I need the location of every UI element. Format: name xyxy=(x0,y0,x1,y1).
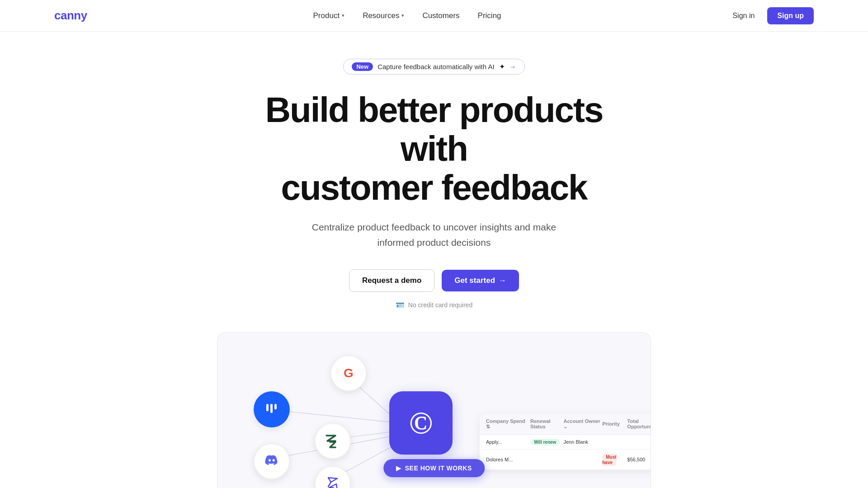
nav-customers[interactable]: Customers xyxy=(422,11,459,20)
hero-section: New Capture feedback automatically with … xyxy=(0,32,868,488)
zendesk-integration-icon xyxy=(315,423,351,459)
nav-product[interactable]: Product ▾ xyxy=(313,11,345,20)
hero-title: Build better products with customer feed… xyxy=(231,91,637,207)
get-started-button[interactable]: Get started → xyxy=(442,270,519,291)
credit-card-icon: 🪪 xyxy=(396,301,405,310)
data-table: Company Spend ⇅ Renewal Status Account O… xyxy=(480,414,651,470)
signin-button[interactable]: Sign in xyxy=(727,8,760,23)
table-row: Apply... Will renew Jenn Blank xyxy=(480,435,651,450)
nav-center: Product ▾ Resources ▾ Customers Pricing xyxy=(313,11,501,20)
chevron-down-icon: ▾ xyxy=(401,13,404,19)
navbar: canny Product ▾ Resources ▾ Customers Pr… xyxy=(0,0,868,32)
badge-new-label: New xyxy=(352,62,373,71)
nav-pricing[interactable]: Pricing xyxy=(478,11,501,20)
request-demo-button[interactable]: Request a demo xyxy=(349,269,434,292)
no-credit-card-notice: 🪪 No credit card required xyxy=(396,301,472,310)
discord-integration-icon xyxy=(254,443,290,479)
tools-integration-icon xyxy=(315,466,351,488)
svg-rect-7 xyxy=(270,404,273,413)
integration-diagram: G xyxy=(217,332,651,488)
chevron-down-icon: ▾ xyxy=(342,13,344,19)
table-row: Dolores M... Must have $56,500 xyxy=(480,450,651,470)
arrow-right-icon: → xyxy=(499,276,506,285)
intercom-integration-icon xyxy=(254,391,290,427)
nav-right: Sign in Sign up xyxy=(727,7,814,24)
priority-badge: Must have xyxy=(602,454,616,466)
canny-logo-center: © xyxy=(389,391,453,455)
signup-button[interactable]: Sign up xyxy=(767,7,814,24)
see-how-it-works-button[interactable]: ▶ SEE HOW IT WORKS xyxy=(383,459,485,477)
new-badge[interactable]: New Capture feedback automatically with … xyxy=(343,59,524,75)
col-account-owner: Account Owner ⌄ xyxy=(563,418,602,430)
hero-buttons: Request a demo Get started → xyxy=(349,269,519,292)
table-header: Company Spend ⇅ Renewal Status Account O… xyxy=(480,414,651,435)
arrow-right-icon: → xyxy=(509,63,516,70)
diagram-inner: G xyxy=(245,355,623,488)
g2-integration-icon: G xyxy=(330,355,367,391)
logo[interactable]: canny xyxy=(54,9,87,23)
col-priority: Priority xyxy=(602,418,627,430)
hero-subtitle: Centralize product feedback to uncover i… xyxy=(307,220,561,250)
col-company-spend: Company Spend ⇅ xyxy=(486,418,530,430)
svg-rect-6 xyxy=(266,404,269,411)
svg-rect-8 xyxy=(274,404,277,409)
nav-resources[interactable]: Resources ▾ xyxy=(363,11,404,20)
col-total-opportunity: Total Opportunity xyxy=(627,418,651,430)
badge-text: Capture feedback automatically with AI xyxy=(377,63,494,70)
col-renewal-status: Renewal Status xyxy=(530,418,564,430)
sparkle-icon: ✦ xyxy=(499,62,505,71)
status-badge: Will renew xyxy=(530,439,560,446)
play-icon: ▶ xyxy=(396,465,401,472)
svg-line-1 xyxy=(284,411,399,422)
